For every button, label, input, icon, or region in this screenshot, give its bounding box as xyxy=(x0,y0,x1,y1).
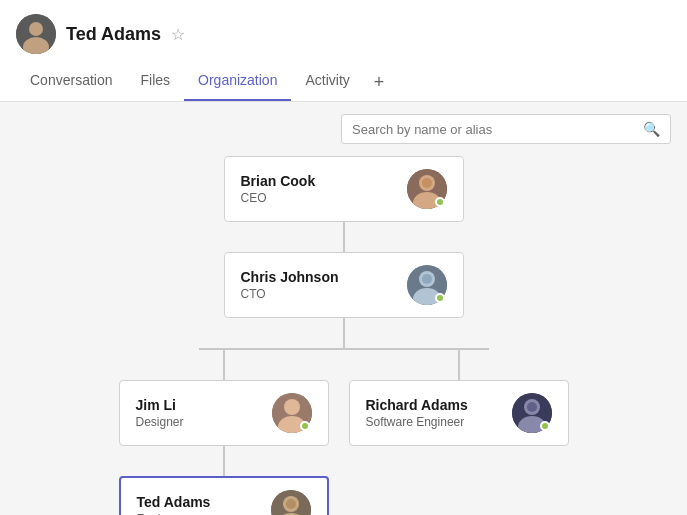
richard-title: Software Engineer xyxy=(366,415,468,429)
card-richard-text: Richard Adams Software Engineer xyxy=(366,397,468,429)
brian-status xyxy=(435,197,445,207)
ted-name: Ted Adams xyxy=(137,494,211,510)
richard-status xyxy=(540,421,550,431)
brian-name: Brian Cook xyxy=(241,173,316,189)
card-brian-text: Brian Cook CEO xyxy=(241,173,316,205)
tabs-bar: Conversation Files Organization Activity… xyxy=(16,64,671,101)
search-bar: 🔍 xyxy=(0,102,687,156)
connector-richard xyxy=(458,350,460,380)
connector-brian-chris xyxy=(343,222,345,252)
richard-name: Richard Adams xyxy=(366,397,468,413)
richard-avatar-wrapper xyxy=(512,393,552,433)
brian-title: CEO xyxy=(241,191,316,205)
svg-point-12 xyxy=(284,399,300,415)
card-brian[interactable]: Brian Cook CEO xyxy=(224,156,464,222)
chris-status xyxy=(435,293,445,303)
branch-jim: Jim Li Designer xyxy=(119,350,329,515)
chris-title: CTO xyxy=(241,287,339,301)
bottom-branches: Jim Li Designer xyxy=(16,350,671,515)
tab-organization[interactable]: Organization xyxy=(184,64,291,101)
page-title: Ted Adams xyxy=(66,24,161,45)
ted-avatar-wrapper xyxy=(271,490,311,515)
card-ted-text: Ted Adams Engineer xyxy=(137,494,211,515)
svg-point-6 xyxy=(422,178,432,188)
svg-point-21 xyxy=(527,402,537,412)
header: Ted Adams ☆ Conversation Files Organizat… xyxy=(0,0,687,102)
jim-name: Jim Li xyxy=(136,397,184,413)
search-input[interactable] xyxy=(352,122,643,137)
connector-jim xyxy=(223,350,225,380)
svg-point-17 xyxy=(286,499,296,509)
brian-avatar-wrapper xyxy=(407,169,447,209)
branch-richard: Richard Adams Software Engineer xyxy=(349,350,569,446)
card-richard[interactable]: Richard Adams Software Engineer xyxy=(349,380,569,446)
header-top: Ted Adams ☆ xyxy=(16,14,671,54)
connector-chris-branch xyxy=(343,318,345,348)
tab-activity[interactable]: Activity xyxy=(291,64,363,101)
tab-add[interactable]: + xyxy=(364,64,395,101)
search-container[interactable]: 🔍 xyxy=(341,114,671,144)
org-chart: Brian Cook CEO Chris Johnson xyxy=(0,156,687,515)
jim-avatar-wrapper xyxy=(272,393,312,433)
ted-avatar xyxy=(271,490,311,515)
jim-title: Designer xyxy=(136,415,184,429)
tab-files[interactable]: Files xyxy=(127,64,185,101)
connector-jim-ted xyxy=(223,446,225,476)
card-jim[interactable]: Jim Li Designer xyxy=(119,380,329,446)
favorite-icon[interactable]: ☆ xyxy=(171,25,185,44)
content-area: 🔍 Brian Cook CEO xyxy=(0,102,687,515)
svg-point-1 xyxy=(29,22,43,36)
tab-conversation[interactable]: Conversation xyxy=(16,64,127,101)
card-ted[interactable]: Ted Adams Engineer xyxy=(119,476,329,515)
card-chris[interactable]: Chris Johnson CTO xyxy=(224,252,464,318)
card-chris-text: Chris Johnson CTO xyxy=(241,269,339,301)
chris-name: Chris Johnson xyxy=(241,269,339,285)
search-icon[interactable]: 🔍 xyxy=(643,121,660,137)
card-jim-text: Jim Li Designer xyxy=(136,397,184,429)
chris-avatar-wrapper xyxy=(407,265,447,305)
header-avatar xyxy=(16,14,56,54)
svg-point-10 xyxy=(422,274,432,284)
jim-status xyxy=(300,421,310,431)
